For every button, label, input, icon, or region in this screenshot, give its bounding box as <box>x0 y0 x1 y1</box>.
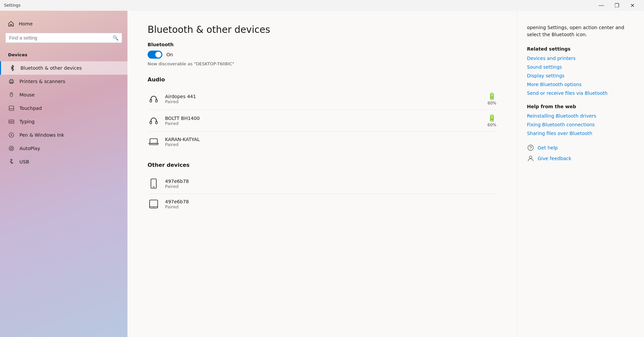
close-button[interactable]: ✕ <box>625 0 640 11</box>
search-input[interactable] <box>9 35 113 41</box>
device-status-boltt: Paired <box>165 121 482 126</box>
laptop-icon <box>148 136 160 148</box>
svg-point-15 <box>9 146 14 151</box>
device-status-karan: Paired <box>165 142 496 147</box>
svg-rect-8 <box>11 121 12 122</box>
device-status-airdopes: Paired <box>165 99 482 104</box>
svg-rect-7 <box>10 121 10 122</box>
context-text: opening Settings, open action center and… <box>527 24 634 38</box>
usb-icon <box>8 158 15 165</box>
sidebar-label-usb: USB <box>19 159 29 164</box>
battery-boltt: 🔋 60% <box>487 114 496 127</box>
svg-rect-1 <box>10 82 13 84</box>
feedback-icon <box>527 155 534 162</box>
svg-point-14 <box>11 135 12 136</box>
link-reinstall[interactable]: Reinstalling Bluetooth drivers <box>527 113 634 119</box>
headphones-icon-1 <box>148 93 160 105</box>
sidebar-label-bluetooth: Bluetooth & other devices <box>20 65 82 71</box>
sidebar-item-touchpad[interactable]: Touchpad <box>0 102 127 115</box>
svg-rect-4 <box>9 106 14 111</box>
link-sharing[interactable]: Sharing files over Bluetooth <box>527 131 634 136</box>
battery-airdopes: 🔋 80% <box>487 92 496 106</box>
link-devices-printers[interactable]: Devices and printers <box>527 56 634 61</box>
device-info-karan: KARAN-KATYAL Paired <box>165 137 496 147</box>
svg-rect-11 <box>11 122 12 123</box>
sidebar-label-touchpad: Touchpad <box>19 106 42 111</box>
device-info-497-2: 497e6b78 Paired <box>165 199 496 209</box>
device-name-boltt: BOLTT BH1400 <box>165 116 482 121</box>
sidebar-label-printers: Printers & scanners <box>19 79 65 84</box>
svg-point-33 <box>530 149 531 150</box>
device-497-1[interactable]: 497e6b78 Paired <box>148 174 496 194</box>
other-devices-section: Other devices 497e6b78 Paired <box>148 162 496 214</box>
printer-icon <box>8 78 15 85</box>
search-box[interactable]: 🔍 <box>5 33 122 43</box>
phone-icon <box>148 178 160 190</box>
bluetooth-icon <box>9 65 16 71</box>
link-display-settings[interactable]: Display settings <box>527 73 634 78</box>
bluetooth-label: Bluetooth <box>148 42 496 47</box>
svg-rect-17 <box>11 159 12 160</box>
title-bar: Settings — ❐ ✕ <box>0 0 644 11</box>
sidebar-item-home[interactable]: Home <box>0 17 127 30</box>
feedback-label[interactable]: Give feedback <box>538 156 571 161</box>
svg-rect-9 <box>12 121 13 122</box>
device-name-airdopes: Airdopes 441 <box>165 94 482 99</box>
audio-section: Audio Airdopes 441 Paired 🔋 80% <box>148 76 496 152</box>
app-body: Home 🔍 Devices Bluetooth & other devices <box>0 11 644 337</box>
home-icon <box>8 21 14 27</box>
maximize-button[interactable]: ❐ <box>609 0 625 11</box>
app-title: Settings <box>4 3 20 8</box>
sidebar-section-devices: Devices <box>0 50 127 61</box>
page-title: Bluetooth & other devices <box>148 24 496 35</box>
sidebar: Home 🔍 Devices Bluetooth & other devices <box>0 11 127 337</box>
search-icon: 🔍 <box>113 35 118 41</box>
audio-section-heading: Audio <box>148 76 496 83</box>
feedback-row[interactable]: Give feedback <box>527 155 634 162</box>
discoverable-text: Now discoverable as "DESKTOP-T6II8IC" <box>148 61 496 66</box>
sidebar-item-typing[interactable]: Typing <box>0 115 127 128</box>
link-fixing[interactable]: Fixing Bluetooth connections <box>527 122 634 127</box>
sidebar-item-printers[interactable]: Printers & scanners <box>0 75 127 88</box>
related-settings-title: Related settings <box>527 46 634 52</box>
sidebar-item-usb[interactable]: USB <box>0 155 127 168</box>
device-karan[interactable]: KARAN-KATYAL Paired <box>148 132 496 152</box>
link-send-receive[interactable]: Send or receive files via Bluetooth <box>527 90 634 96</box>
svg-rect-12 <box>13 122 13 123</box>
minimize-button[interactable]: — <box>594 0 609 11</box>
headphones-icon-2 <box>148 115 160 127</box>
svg-rect-6 <box>9 120 14 124</box>
get-help-label[interactable]: Get help <box>538 145 558 150</box>
link-more-bt[interactable]: More Bluetooth options <box>527 82 634 87</box>
autoplay-icon <box>8 145 15 152</box>
device-boltt[interactable]: BOLTT BH1400 Paired 🔋 60% <box>148 110 496 132</box>
sidebar-item-mouse[interactable]: Mouse <box>0 88 127 102</box>
toggle-row: On <box>148 51 496 59</box>
get-help-icon <box>527 144 534 151</box>
link-sound-settings[interactable]: Sound settings <box>527 64 634 70</box>
device-497-2[interactable]: 497e6b78 Paired <box>148 194 496 214</box>
svg-rect-27 <box>150 139 157 143</box>
device-name-497-2: 497e6b78 <box>165 199 496 204</box>
sidebar-label-mouse: Mouse <box>19 92 35 97</box>
tablet-icon <box>148 198 160 210</box>
device-airdopes[interactable]: Airdopes 441 Paired 🔋 80% <box>148 88 496 110</box>
help-actions: Get help Give feedback <box>527 144 634 162</box>
sidebar-item-pen[interactable]: Pen & Windows Ink <box>0 128 127 142</box>
battery-icon-airdopes: 🔋 <box>488 92 496 100</box>
home-label: Home <box>19 21 33 26</box>
sidebar-item-bluetooth[interactable]: Bluetooth & other devices <box>0 61 127 75</box>
device-name-497-1: 497e6b78 <box>165 179 496 184</box>
bluetooth-toggle[interactable] <box>148 51 162 59</box>
mouse-icon <box>8 91 15 98</box>
typing-icon <box>8 118 15 125</box>
get-help-row[interactable]: Get help <box>527 144 634 151</box>
device-info-boltt: BOLTT BH1400 Paired <box>165 116 482 126</box>
toggle-state-label: On <box>166 52 173 57</box>
battery-pct-airdopes: 80% <box>487 101 496 106</box>
sidebar-label-pen: Pen & Windows Ink <box>19 132 64 138</box>
main-content: Bluetooth & other devices Bluetooth On N… <box>127 11 517 337</box>
sidebar-item-autoplay[interactable]: AutoPlay <box>0 142 127 155</box>
svg-point-13 <box>9 133 14 137</box>
svg-point-34 <box>529 156 532 158</box>
